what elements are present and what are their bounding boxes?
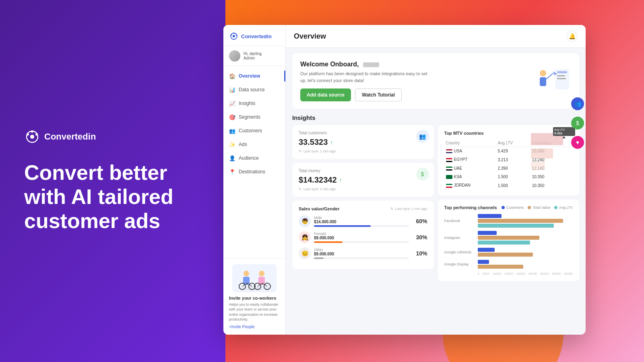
customers-icon: 👥 — [229, 128, 235, 134]
svg-rect-28 — [557, 78, 566, 79]
instagram-total-bar — [478, 236, 540, 240]
x-axis-10000: 10000 — [492, 272, 501, 276]
topbar: Overview 🔔 — [286, 25, 586, 48]
channel-facebook-label: Facebook — [444, 219, 475, 223]
country-table: Country Avg LTV Customers USA 5.429 15.0… — [444, 140, 573, 190]
sidebar-item-ads[interactable]: ✨ Ads — [223, 138, 285, 151]
svg-point-8 — [236, 35, 237, 36]
customers-stat-icon: 👥 — [416, 130, 429, 143]
country-egypt: EGYPT — [444, 155, 496, 164]
cust-egypt: 13.240 — [530, 155, 573, 164]
insights-icon: 📈 — [229, 100, 235, 107]
channels-legend: Customers Total Value Avg LTV — [502, 206, 573, 210]
invite-desc: Helps you to easily collaborate with you… — [229, 302, 280, 322]
floating-icon-users[interactable]: 👥 — [571, 97, 584, 110]
money-stat-icon: $ — [416, 168, 429, 181]
svg-rect-26 — [557, 71, 567, 73]
insights-grid: Total customers 33.5323 ↑ ↻ Last sync 1 … — [292, 125, 579, 281]
sales-sync-label: ↻ Last sync 1 min ago — [390, 207, 427, 211]
x-axis-30000: 30000 — [540, 272, 549, 276]
table-row: UAE 2.390 12.140 — [444, 164, 573, 173]
sidebar-item-segments-label: Segments — [239, 114, 260, 120]
display-total-bar — [478, 265, 524, 269]
female-bar — [314, 241, 343, 243]
sidebar-item-audience[interactable]: 👤 Audience — [223, 151, 285, 165]
channel-adwords-label: Google AdWords — [444, 250, 475, 254]
svg-marker-38 — [562, 136, 566, 138]
other-bar-wrap — [314, 257, 409, 259]
channel-instagram-label: Instagram — [444, 236, 475, 240]
floating-icon-heart[interactable]: ♥ — [571, 136, 584, 149]
insights-section-title: Insights — [292, 114, 579, 121]
svg-point-18 — [259, 271, 264, 276]
other-bar — [314, 257, 324, 259]
watch-tutorial-button[interactable]: Watch Tutorial — [355, 88, 402, 101]
sidebar-item-ads-label: Ads — [239, 142, 247, 147]
sales-gender-header: Sales value/Gender ↻ Last sync 1 min ago — [299, 206, 427, 211]
channel-adwords-bars — [478, 248, 573, 257]
legend-total-value-label: Total Value — [533, 206, 550, 210]
add-datasource-button[interactable]: Add data source — [300, 88, 351, 101]
svg-point-11 — [244, 271, 249, 276]
other-label: Other — [314, 248, 409, 252]
sidebar-item-insights[interactable]: 📈 Insights — [223, 97, 285, 110]
user-subtitle: Admin — [244, 56, 262, 60]
legend-dot-customers — [502, 206, 505, 209]
col-country: Country — [444, 140, 496, 147]
female-label: Female — [314, 232, 409, 236]
invite-link[interactable]: +Invite People — [229, 325, 280, 329]
other-info: Other $9.000.000 — [314, 248, 409, 259]
destinations-icon: 📍 — [229, 169, 235, 175]
welcome-title: Welcome Onboard, — [300, 61, 531, 68]
top-mtv-title: Top MTV countries — [444, 131, 573, 136]
male-info: Male $14.000.000 — [314, 216, 409, 227]
chart-xaxis: 0 5000 10000 15000 20000 25000 30000 350… — [444, 272, 573, 276]
money-sync-label: ↻ Last sync 1 min ago — [299, 187, 427, 191]
ltv-jordan: 1.500 — [496, 181, 530, 189]
sidebar-logo-icon — [229, 31, 239, 41]
ltv-usa: 5.429 — [496, 147, 530, 156]
female-bar-wrap — [314, 241, 409, 243]
audience-icon: 👤 — [229, 155, 235, 161]
male-bar-wrap — [314, 225, 409, 227]
display-customers-bar — [478, 260, 489, 264]
content-area: Welcome Onboard, Our platform has been d… — [286, 48, 586, 335]
sidebar-item-overview[interactable]: 🏠 Overview — [223, 69, 285, 83]
legend-dot-avg-ltv — [554, 206, 557, 209]
svg-rect-27 — [557, 75, 565, 76]
channels-title: Top performing channels — [444, 205, 497, 210]
sidebar-item-insights-label: Insights — [239, 101, 255, 106]
x-axis-25000: 25000 — [528, 272, 537, 276]
gender-row-other: 😊 Other $9.000.000 10% — [299, 247, 427, 259]
gender-row-female: 👧 Female $9.000.000 30% — [299, 231, 427, 243]
cust-jordan: 10.350 — [530, 181, 573, 189]
datasource-icon: 📊 — [229, 86, 235, 93]
hero-heading: Convert better with AI tailored customer… — [24, 161, 201, 233]
sidebar-item-destinations[interactable]: 📍 Destinations — [223, 165, 285, 179]
facebook-ltv-bar — [478, 224, 554, 228]
floating-icon-dollar[interactable]: $ — [571, 117, 584, 130]
male-avatar: 👦 — [299, 215, 311, 227]
welcome-banner: Welcome Onboard, Our platform has been d… — [292, 53, 579, 109]
cust-ksa: 10.350 — [530, 173, 573, 181]
total-customers-card: Total customers 33.5323 ↑ ↻ Last sync 1 … — [292, 125, 434, 159]
sidebar-item-customers[interactable]: 👥 Customers — [223, 124, 285, 138]
svg-point-3 — [35, 133, 38, 136]
sidebar-item-segments[interactable]: 🎯 Segments — [223, 110, 285, 124]
flag-egypt — [446, 158, 452, 162]
svg-rect-30 — [540, 77, 546, 86]
channel-facebook-bars — [478, 214, 573, 228]
legend-total-value: Total Value — [528, 206, 550, 210]
cust-uae: 12.140 — [530, 164, 573, 173]
sales-gender-card: Sales value/Gender ↻ Last sync 1 min ago… — [292, 201, 434, 269]
instagram-customers-bar — [478, 231, 497, 235]
top-channels-card: Top performing channels Customers Total … — [438, 200, 580, 281]
x-axis-35000: 35000 — [552, 272, 561, 276]
main-content: Overview 🔔 Welcome Onboard, Our platform… — [286, 25, 586, 335]
ltv-ksa: 1.500 — [496, 173, 530, 181]
sidebar-logo-text: Convertedin — [241, 33, 272, 39]
sidebar-item-data-source[interactable]: 📊 Data source — [223, 83, 285, 97]
female-pct: 30% — [412, 234, 427, 241]
sidebar-nav: 🏠 Overview 📊 Data source 📈 Insights 🎯 Se… — [223, 66, 285, 258]
facebook-total-bar — [478, 219, 564, 223]
